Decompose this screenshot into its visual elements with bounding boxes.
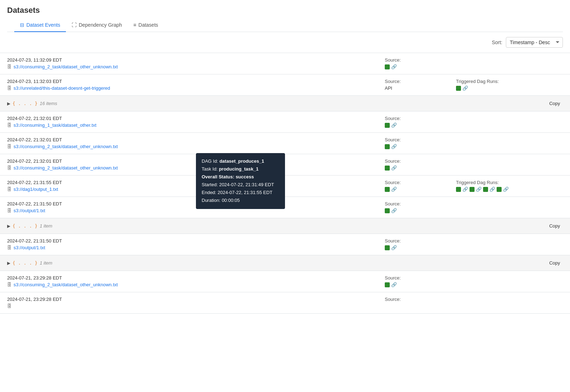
items-count: 16 items [40, 101, 57, 106]
source-badges: 🔗 [385, 282, 456, 287]
event-info: 2024-07-23, 11:32:03 EDT 🗄 s3://unrelate… [7, 79, 385, 91]
source-api-value: API [385, 85, 392, 91]
tooltip-started-value: 2024-07-22, 21:31:49 EDT [219, 182, 274, 187]
source-badges: 🔗 [385, 208, 456, 213]
link-icon[interactable]: 🔗 [462, 85, 468, 91]
link-icon[interactable]: 🔗 [391, 245, 397, 250]
collapsed-row[interactable]: ▶ { . . . } 1 item Copy [0, 255, 570, 271]
dataset-link[interactable]: s3://consuming_2_task/dataset_other_unkn… [14, 64, 118, 69]
event-dataset: 🗄 s3://output/1.txt [7, 245, 385, 250]
source-badges: 🔗 [385, 144, 456, 149]
source-col: Source: 🔗 [385, 137, 456, 149]
source-col: Source: 🔗 [385, 201, 456, 213]
tooltip-duration: Duration: 00:00:05 [202, 197, 279, 204]
link-icon[interactable]: 🔗 [391, 122, 397, 128]
tooltip-dag-id: DAG Id: dataset_produces_1 [202, 157, 279, 165]
event-row: 2024-07-21, 23:29:28 EDT 🗄 Source: [0, 292, 570, 314]
link-icon[interactable]: 🔗 [462, 187, 468, 192]
link-icon[interactable]: 🔗 [391, 165, 397, 171]
source-badges: API [385, 85, 456, 91]
tab-dependency-graph[interactable]: ⛶ Dependency Graph [66, 19, 128, 32]
event-row: 2024-07-22, 21:32:01 EDT 🗄 s3://consumin… [0, 154, 570, 176]
source-badges: 🔗 [385, 64, 456, 69]
page-title: Datasets [7, 6, 563, 15]
event-dataset: 🗄 s3://consuming_1_task/dataset_other.tx… [7, 122, 385, 128]
dataset-db-icon: 🗄 [7, 144, 12, 149]
link-icon[interactable]: 🔗 [503, 187, 509, 192]
dataset-link[interactable]: s3://unrelated/this-dataset-doesnt-get-t… [14, 85, 110, 91]
triggered-badge [497, 187, 502, 192]
tooltip-started: Started: 2024-07-22, 21:31:49 EDT [202, 181, 279, 189]
dataset-events-icon: ⊟ [20, 22, 24, 28]
copy-button[interactable]: Copy [546, 259, 563, 267]
brace-dots: { . . . } [12, 260, 37, 266]
source-badges: 🔗 [385, 165, 456, 171]
event-row: 2024-07-21, 23:29:28 EDT 🗄 s3://consumin… [0, 271, 570, 292]
triggered-col: Triggered Dag Runs: 🔗 🔗 🔗 🔗 [456, 180, 563, 192]
dataset-link[interactable]: s3://dag1/output_1.txt [14, 187, 58, 192]
link-icon[interactable]: 🔗 [391, 187, 397, 192]
triggered-badge [483, 187, 488, 192]
event-info: 2024-07-22, 21:31:50 EDT 🗄 s3://output/1… [7, 238, 385, 250]
link-icon[interactable]: 🔗 [489, 187, 495, 192]
expand-arrow-icon: ▶ [7, 224, 10, 229]
event-info: 2024-07-22, 21:32:01 EDT 🗄 s3://consumin… [7, 137, 385, 149]
tab-datasets[interactable]: ≡ Datasets [128, 19, 164, 32]
event-info: 2024-07-22, 21:32:01 EDT 🗄 s3://consumin… [7, 116, 385, 128]
items-count: 1 item [40, 260, 52, 266]
event-row: 2024-07-22, 21:31:50 EDT 🗄 s3://output/1… [0, 234, 570, 255]
triggered-badges: 🔗 [456, 85, 563, 91]
link-icon[interactable]: 🔗 [391, 144, 397, 149]
dataset-link[interactable]: s3://consuming_2_task/dataset_other_unkn… [14, 144, 118, 149]
event-dataset: 🗄 s3://consuming_2_task/dataset_other_un… [7, 144, 385, 149]
triggered-badges: 🔗 🔗 🔗 🔗 [456, 187, 563, 192]
dataset-link[interactable]: s3://consuming_1_task/dataset_other.txt [14, 122, 97, 128]
source-col: Source: 🔗 [385, 180, 456, 192]
dataset-db-icon: 🗄 [7, 245, 12, 250]
event-info: 2024-07-23, 11:32:09 EDT 🗄 s3://consumin… [7, 57, 385, 69]
status-badge-green [385, 187, 390, 192]
tooltip-duration-value: 00:00:05 [222, 198, 240, 203]
link-icon[interactable]: 🔗 [391, 208, 397, 213]
tooltip-status: Overall Status: success [202, 173, 279, 181]
event-row: 2024-07-22, 21:32:01 EDT 🗄 s3://consumin… [0, 133, 570, 154]
event-dataset: 🗄 s3://output/1.txt [7, 208, 385, 213]
event-row: 2024-07-23, 11:32:03 EDT 🗄 s3://unrelate… [0, 74, 570, 96]
dataset-link[interactable]: s3://consuming_2_task/dataset_other_unkn… [14, 165, 118, 171]
dataset-db-icon: 🗄 [7, 165, 12, 171]
dataset-db-icon: 🗄 [7, 122, 12, 128]
sort-select[interactable]: Timestamp - Desc Timestamp - Asc [506, 37, 563, 48]
brace-dots: { . . . } [12, 101, 37, 106]
copy-button[interactable]: Copy [546, 99, 563, 108]
dataset-link[interactable]: s3://output/1.txt [14, 208, 45, 213]
event-timestamp: 2024-07-22, 21:32:01 EDT [7, 116, 385, 121]
event-row: 2024-07-23, 11:32:09 EDT 🗄 s3://consumin… [0, 53, 570, 74]
event-dataset: 🗄 [7, 303, 385, 309]
source-col: Source: 🔗 [385, 116, 456, 128]
collapsed-row[interactable]: ▶ { . . . } 16 items Copy [0, 96, 570, 111]
event-timestamp: 2024-07-23, 11:32:03 EDT [7, 79, 385, 84]
triggered-badge [470, 187, 475, 192]
link-icon[interactable]: 🔗 [476, 187, 482, 192]
dataset-db-icon: 🗄 [7, 208, 12, 213]
status-badge-green [385, 282, 390, 287]
copy-button[interactable]: Copy [546, 222, 563, 230]
dataset-link[interactable]: s3://output/1.txt [14, 245, 45, 250]
link-icon[interactable]: 🔗 [391, 64, 397, 69]
dataset-db-icon: 🗄 [7, 64, 12, 69]
collapsed-content: ▶ { . . . } 1 item [7, 223, 52, 229]
event-info: 2024-07-21, 23:29:28 EDT 🗄 [7, 297, 385, 309]
events-list: 2024-07-23, 11:32:09 EDT 🗄 s3://consumin… [0, 53, 570, 314]
dataset-db-icon: 🗄 [7, 85, 12, 91]
triggered-col: Triggered Dag Runs: 🔗 [456, 79, 563, 91]
tooltip-ended: Ended: 2024-07-22, 21:31:55 EDT [202, 189, 279, 197]
status-badge-green [385, 123, 390, 128]
source-col: Source: 🔗 [385, 158, 456, 171]
collapsed-row[interactable]: ▶ { . . . } 1 item Copy [0, 218, 570, 234]
tooltip-status-value: success [235, 174, 254, 179]
event-timestamp: 2024-07-22, 21:32:01 EDT [7, 137, 385, 142]
tab-dataset-events[interactable]: ⊟ Dataset Events [14, 19, 66, 32]
dataset-link[interactable]: s3://consuming_2_task/dataset_other_unkn… [14, 282, 118, 287]
event-dataset: 🗄 s3://unrelated/this-dataset-doesnt-get… [7, 85, 385, 91]
link-icon[interactable]: 🔗 [391, 282, 397, 287]
